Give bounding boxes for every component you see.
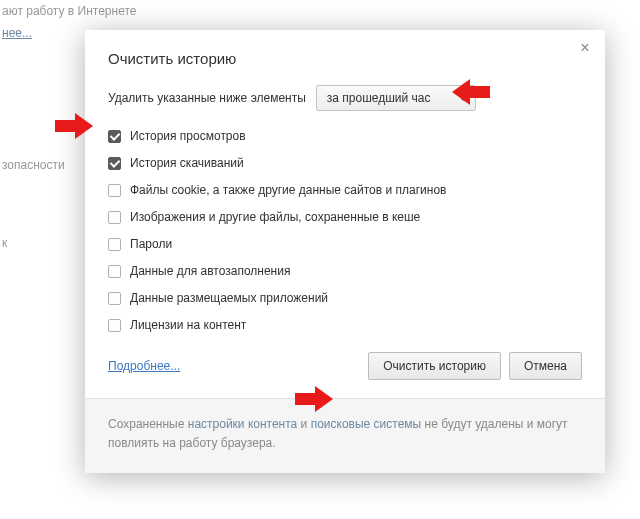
- checkbox-content-licenses[interactable]: [108, 319, 121, 332]
- learn-more-link[interactable]: Подробнее...: [108, 359, 180, 373]
- clear-history-dialog: × Очистить историю Удалить указанные ниж…: [85, 30, 605, 473]
- checkbox-label: Данные размещаемых приложений: [130, 291, 328, 305]
- search-engines-link[interactable]: поисковые системы: [311, 417, 422, 431]
- chevron-down-icon: [459, 96, 467, 101]
- list-item: Пароли: [108, 237, 582, 251]
- checkbox-label: Файлы cookie, а также другие данные сайт…: [130, 183, 446, 197]
- period-label: Удалить указанные ниже элементы: [108, 91, 306, 105]
- close-icon[interactable]: ×: [577, 40, 593, 56]
- actions-row: Подробнее... Очистить историю Отмена: [108, 348, 582, 380]
- checkbox-browsing-history[interactable]: [108, 130, 121, 143]
- list-item: История просмотров: [108, 129, 582, 143]
- dialog-title: Очистить историю: [108, 50, 582, 67]
- list-item: Изображения и другие файлы, сохраненные …: [108, 210, 582, 224]
- checkbox-label: Изображения и другие файлы, сохраненные …: [130, 210, 420, 224]
- checkbox-autofill[interactable]: [108, 265, 121, 278]
- period-row: Удалить указанные ниже элементы за проше…: [108, 85, 582, 111]
- content-settings-link[interactable]: настройки контента: [188, 417, 298, 431]
- checkbox-download-history[interactable]: [108, 157, 121, 170]
- period-select[interactable]: за прошедший час: [316, 85, 476, 111]
- period-select-value: за прошедший час: [327, 91, 431, 105]
- footer-text: и: [297, 417, 310, 431]
- clear-button[interactable]: Очистить историю: [368, 352, 501, 380]
- checkbox-label: Данные для автозаполнения: [130, 264, 290, 278]
- list-item: Данные размещаемых приложений: [108, 291, 582, 305]
- checkbox-cookies[interactable]: [108, 184, 121, 197]
- list-item: Лицензии на контент: [108, 318, 582, 332]
- list-item: Файлы cookie, а также другие данные сайт…: [108, 183, 582, 197]
- button-row: Очистить историю Отмена: [368, 352, 582, 380]
- dialog-body: Очистить историю Удалить указанные ниже …: [85, 30, 605, 398]
- bg-more-link[interactable]: нее...: [2, 26, 32, 40]
- checkbox-label: История скачиваний: [130, 156, 244, 170]
- dialog-footer: Сохраненные настройки контента и поисков…: [85, 398, 605, 473]
- footer-text: Сохраненные: [108, 417, 188, 431]
- cancel-button[interactable]: Отмена: [509, 352, 582, 380]
- checkbox-label: История просмотров: [130, 129, 246, 143]
- checkbox-cache[interactable]: [108, 211, 121, 224]
- bg-text-security: зопасности: [2, 158, 65, 172]
- list-item: Данные для автозаполнения: [108, 264, 582, 278]
- checkbox-hosted-apps[interactable]: [108, 292, 121, 305]
- bg-text: ают работу в Интернете: [2, 4, 136, 18]
- bg-text-k: к: [2, 236, 7, 250]
- checkbox-label: Лицензии на контент: [130, 318, 246, 332]
- checkbox-passwords[interactable]: [108, 238, 121, 251]
- checkbox-list: История просмотров История скачиваний Фа…: [108, 129, 582, 332]
- list-item: История скачиваний: [108, 156, 582, 170]
- checkbox-label: Пароли: [130, 237, 172, 251]
